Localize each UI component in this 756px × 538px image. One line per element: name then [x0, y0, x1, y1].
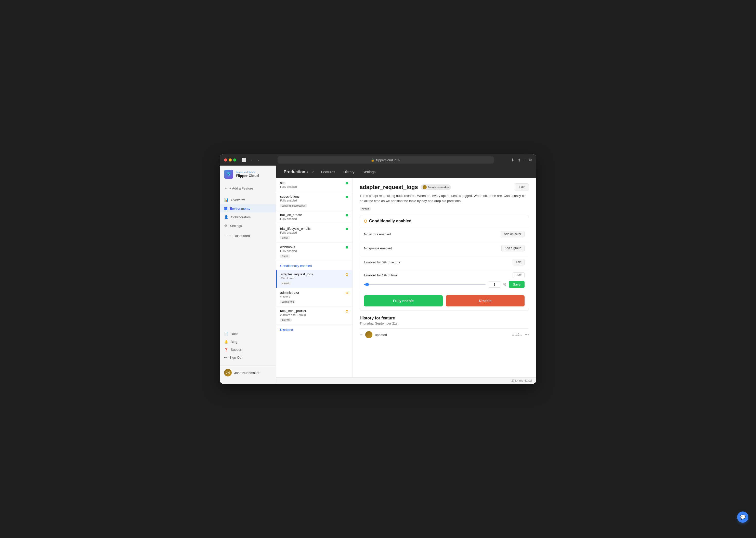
share-icon[interactable]: ⬆	[517, 158, 521, 163]
list-item[interactable]: seo Fully enabled	[276, 178, 352, 192]
docs-link[interactable]: 📄 Docs	[220, 330, 276, 338]
history-action: updated	[375, 333, 509, 337]
stats-bar: 278.4 ms 31 sql	[276, 377, 536, 384]
history-avatar	[365, 331, 373, 338]
sidebar-item-collaborators[interactable]: 👤 Collaborators	[220, 213, 276, 221]
edit-button[interactable]: Edit	[515, 184, 529, 191]
feature-name: seo	[280, 181, 343, 185]
dashboard-link[interactable]: ← ← Dashboard	[220, 232, 276, 240]
features-nav-link[interactable]: Features	[317, 168, 339, 176]
download-icon[interactable]: ⬇	[511, 158, 514, 163]
sidebar-label-overview: Overview	[231, 198, 245, 202]
cond-header: Conditionally enabled	[360, 215, 529, 227]
list-item[interactable]: webhooks Fully enabled circuit	[276, 242, 352, 261]
list-item[interactable]: trail_on_create Fully enabled	[276, 210, 352, 224]
sidebar-bottom: 📄 Docs 🔔 Blog ❓ Support ↩ Sign Out	[220, 328, 276, 363]
feature-status: 4 actors	[280, 295, 343, 298]
feature-status: Fully enabled	[280, 249, 343, 252]
feature-status: 2 actors and 1 group	[280, 313, 343, 316]
hide-button[interactable]: Hide	[513, 272, 525, 278]
feature-info-trail: trail_on_create Fully enabled	[280, 213, 343, 221]
detail-panel: adapter_request_logs John Nunemaker Edit…	[353, 178, 536, 377]
add-tab-icon[interactable]: +	[524, 158, 526, 163]
feature-tag: circuit	[280, 236, 290, 240]
feature-status: 1% of time	[281, 277, 343, 280]
conditionally-enabled-box: Conditionally enabled No actors enabled …	[360, 215, 529, 311]
content-panels: seo Fully enabled subscriptions Fully en…	[276, 178, 536, 377]
list-item[interactable]: subscriptions Fully enabled pending_depr…	[276, 192, 352, 210]
fully-enable-button[interactable]: Fully enable	[364, 295, 443, 306]
reload-icon[interactable]: ↻	[398, 158, 400, 162]
sign-out-button[interactable]: ↩ Sign Out	[220, 353, 276, 361]
chat-button[interactable]: 💬	[737, 511, 748, 523]
percentage-actors-label: Enabled for 0% of actors	[364, 260, 400, 264]
brand: 🐬 Fewer and Faster Flipper Cloud	[220, 170, 276, 184]
support-icon: ❓	[224, 348, 228, 351]
list-item[interactable]: administrator 4 actors permanent	[276, 288, 352, 306]
sidebar-label-collaborators: Collaborators	[231, 215, 251, 219]
feature-info-adapter: adapter_request_logs 1% of time circuit	[281, 272, 343, 285]
back-button[interactable]: ‹	[250, 157, 254, 163]
feature-name: trail_on_create	[280, 213, 343, 217]
add-feature-button[interactable]: ＋ + Add a Feature	[220, 184, 276, 192]
minimize-button[interactable]	[229, 158, 232, 162]
app-layout: 🐬 Fewer and Faster Flipper Cloud ＋ + Add…	[220, 166, 536, 384]
sidebar-item-settings[interactable]: ⚙ Settings	[220, 222, 276, 230]
feature-tag: circuit	[281, 282, 291, 285]
fullscreen-button[interactable]	[233, 158, 236, 162]
percentage-slider[interactable]	[364, 284, 486, 285]
blog-link[interactable]: 🔔 Blog	[220, 338, 276, 346]
percentage-input[interactable]: 1	[488, 281, 501, 288]
feature-name: rack_mini_profiler	[280, 309, 343, 313]
disable-button[interactable]: Disable	[446, 295, 525, 306]
add-group-button[interactable]: Add a group	[501, 245, 525, 251]
feature-status: Fully enabled	[280, 217, 343, 220]
titlebar-actions: ⬇ ⬆ + ⧉	[511, 158, 532, 163]
cond-title: Conditionally enabled	[369, 219, 411, 223]
detail-tag: circuit	[360, 207, 371, 211]
top-nav: Production ▾ > Features History Settings	[276, 166, 536, 178]
sidebar-item-overview[interactable]: 📊 Overview	[220, 196, 276, 204]
sidebar-toggle-button[interactable]: ⬜	[240, 157, 248, 163]
environment-selector[interactable]: Production ▾	[281, 168, 311, 176]
history-nav-link[interactable]: History	[339, 168, 359, 176]
sign-out-icon: ↩	[224, 355, 227, 359]
list-item[interactable]: rack_mini_profiler 2 actors and 1 group …	[276, 306, 352, 325]
add-feature-label: + Add a Feature	[229, 187, 253, 190]
avatar: JN	[224, 369, 232, 376]
list-item-active[interactable]: adapter_request_logs 1% of time circuit	[276, 270, 352, 288]
history-date: Thursday, September 21st	[360, 321, 529, 325]
settings-nav-link[interactable]: Settings	[359, 168, 380, 176]
disabled-section-label: Disabled	[276, 325, 352, 334]
history-section: History for feature Thursday, September …	[360, 316, 529, 341]
status-dot-green	[346, 182, 348, 185]
support-link[interactable]: ❓ Support	[220, 346, 276, 353]
feature-info-rack: rack_mini_profiler 2 actors and 1 group …	[280, 309, 343, 322]
more-options-icon[interactable]: •••	[525, 332, 529, 337]
save-percentage-button[interactable]: Save	[509, 281, 525, 288]
forward-button[interactable]: ›	[256, 157, 261, 163]
plus-icon: ＋	[224, 186, 227, 190]
url-bar[interactable]: 🔒 flippercloud.io ↻	[277, 156, 494, 164]
stats-ms: 278.4 ms	[511, 379, 523, 382]
cond-status-dot	[364, 220, 367, 223]
close-button[interactable]	[224, 158, 227, 162]
author-badge: John Nunemaker	[421, 185, 451, 190]
status-dot-green	[346, 196, 348, 198]
feature-tag: internal	[280, 318, 292, 322]
groups-row: No groups enabled Add a group	[360, 241, 529, 255]
docs-icon: 📄	[224, 332, 228, 336]
author-name: John Nunemaker	[428, 186, 449, 189]
sidebar-item-environments[interactable]: ▦ Environments	[220, 204, 276, 212]
detail-description: Turns off api request log audit records.…	[360, 193, 529, 203]
sidebar-label-settings: Settings	[230, 224, 242, 228]
feature-info-admin: administrator 4 actors permanent	[280, 291, 343, 304]
status-dot-green	[346, 228, 348, 230]
list-item[interactable]: trial_lifecycle_emails Fully enabled cir…	[276, 224, 352, 242]
brand-name: Flipper Cloud	[236, 174, 259, 178]
tabs-icon[interactable]: ⧉	[529, 158, 532, 163]
settings-icon: ⚙	[224, 224, 227, 228]
edit-percentage-actors-button[interactable]: Edit	[513, 259, 525, 265]
add-actor-button[interactable]: Add an actor	[500, 231, 525, 238]
percentage-time-row: Enabled for 1% of time Hide 1 % Save	[360, 269, 529, 291]
